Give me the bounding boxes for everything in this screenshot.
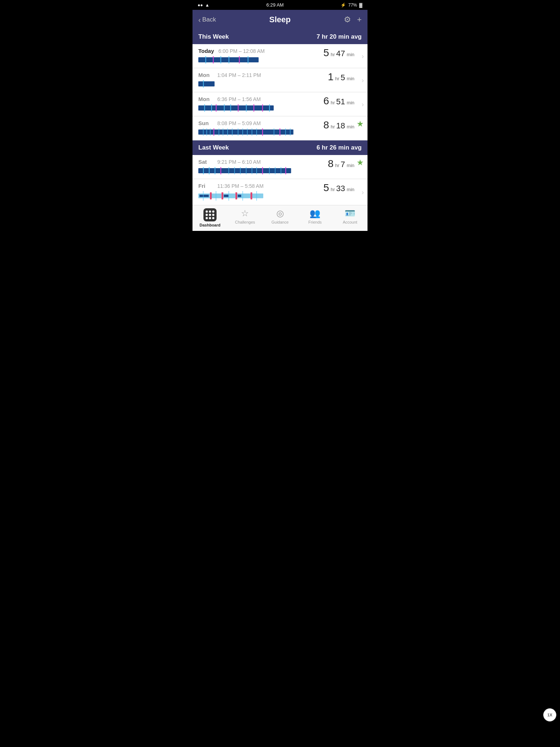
entry-duration: 5 hr 47 min <box>323 48 354 58</box>
svg-rect-35 <box>274 128 275 136</box>
svg-rect-17 <box>253 104 254 112</box>
chevron-right-icon: › <box>362 76 364 84</box>
svg-rect-2 <box>213 56 214 63</box>
svg-rect-53 <box>281 167 281 174</box>
svg-rect-37 <box>285 128 286 136</box>
entry-duration: 1 hr 5 min <box>328 72 354 82</box>
svg-rect-34 <box>262 128 263 136</box>
svg-rect-48 <box>252 167 252 174</box>
svg-rect-70 <box>242 191 243 201</box>
page-title: Sleep <box>269 15 291 24</box>
sleep-bar-svg <box>198 191 314 201</box>
svg-rect-45 <box>234 167 235 174</box>
dur-hours: 8 <box>328 158 334 169</box>
svg-rect-41 <box>209 167 210 174</box>
sleep-bar-wrapper <box>198 128 314 136</box>
tab-guidance[interactable]: ◎ Guidance <box>267 208 293 227</box>
svg-rect-61 <box>224 195 229 197</box>
tab-guidance-label: Guidance <box>271 220 288 224</box>
svg-rect-52 <box>275 167 276 174</box>
svg-rect-6 <box>248 56 248 63</box>
entry-time: 9:21 PM – 6:10 AM <box>217 159 261 165</box>
entry-day: Sun <box>198 120 213 126</box>
status-bar-left: ●● ▲ <box>198 3 209 8</box>
sleep-entry-fri[interactable]: Fri 11:36 PM – 5:58 AM <box>192 179 368 205</box>
sleep-entry-mon-night[interactable]: Mon 6:36 PM – 1:56 AM <box>192 92 368 116</box>
svg-rect-67 <box>203 191 204 201</box>
svg-rect-7 <box>198 81 215 86</box>
sleep-entry-sat[interactable]: Sat 9:21 PM – 6:10 AM <box>192 155 368 179</box>
svg-rect-3 <box>220 56 221 63</box>
svg-rect-14 <box>230 104 231 112</box>
tab-friends[interactable]: 👥 Friends <box>302 208 328 227</box>
tab-challenges[interactable]: ☆ Challenges <box>232 208 258 227</box>
sleep-entry-today[interactable]: Today 6:00 PM – 12:08 AM 5 hr 47 <box>192 44 368 68</box>
entry-time: 8:08 PM – 5:09 AM <box>217 120 261 126</box>
this-week-avg: 7 hr 20 min avg <box>316 33 362 40</box>
svg-rect-69 <box>229 191 229 201</box>
dur-min-label: min <box>347 163 354 168</box>
svg-rect-62 <box>238 195 241 197</box>
svg-rect-8 <box>203 80 204 88</box>
svg-rect-54 <box>285 167 286 174</box>
entry-day: Fri <box>198 183 213 189</box>
sleep-bar-wrapper <box>198 191 314 201</box>
svg-rect-21 <box>203 128 204 136</box>
battery-icon: ▓ <box>359 3 362 8</box>
add-icon[interactable]: + <box>357 15 362 24</box>
dur-mins: 33 <box>336 184 345 193</box>
dur-min-label: min <box>347 52 354 57</box>
svg-rect-43 <box>220 167 221 174</box>
last-week-avg: 6 hr 26 min avg <box>316 144 362 151</box>
dur-hr-label: hr <box>335 76 341 81</box>
status-bar: ●● ▲ 6:29 AM ⚡ 77% ▓ <box>192 0 368 10</box>
back-button[interactable]: ‹ Back <box>198 16 216 24</box>
svg-rect-1 <box>205 56 206 63</box>
dur-min-label: min <box>347 100 354 105</box>
entry-duration: 6 hr 51 min <box>323 96 354 106</box>
dur-min-label: min <box>347 187 354 192</box>
tab-bar: Dashboard ☆ Challenges ◎ Guidance 👥 Frie… <box>192 205 368 231</box>
chevron-right-icon: › <box>362 188 364 196</box>
sleep-bar-wrapper <box>198 80 314 88</box>
svg-rect-11 <box>211 104 212 112</box>
sleep-entry-sun[interactable]: Sun 8:08 PM – 5:09 AM <box>192 116 368 140</box>
entry-day: Sat <box>198 159 213 165</box>
settings-icon[interactable]: ⚙ <box>344 15 351 24</box>
nav-actions: ⚙ + <box>344 15 362 24</box>
star-badge: ★ <box>357 119 364 129</box>
dur-hr-label: hr <box>331 124 336 129</box>
tab-dashboard[interactable]: Dashboard <box>197 208 223 227</box>
svg-rect-71 <box>256 191 257 201</box>
tab-dashboard-label: Dashboard <box>199 223 220 227</box>
sleep-entry-mon-nap[interactable]: Mon 1:04 PM – 2:11 PM 1 hr 5 min › <box>192 68 368 92</box>
dot <box>206 214 208 216</box>
svg-rect-25 <box>219 128 219 136</box>
svg-rect-18 <box>262 104 263 112</box>
svg-rect-22 <box>206 128 207 136</box>
svg-rect-46 <box>240 167 241 174</box>
svg-rect-64 <box>222 192 223 200</box>
device-frame: ●● ▲ 6:29 AM ⚡ 77% ▓ ‹ Back Sleep ⚙ + Th… <box>192 0 368 231</box>
dot <box>212 217 214 219</box>
svg-rect-59 <box>252 194 263 198</box>
challenges-icon: ☆ <box>241 208 249 218</box>
dur-mins: 7 <box>341 160 345 169</box>
this-week-label: This Week <box>198 33 229 40</box>
star-badge: ★ <box>357 158 364 167</box>
svg-rect-40 <box>203 167 204 174</box>
dot <box>212 214 214 216</box>
dot <box>209 214 211 216</box>
svg-rect-23 <box>210 128 211 136</box>
svg-rect-66 <box>250 192 252 200</box>
sleep-bar-svg <box>198 104 314 112</box>
dur-hours: 8 <box>323 119 329 131</box>
last-week-header: Last Week 6 hr 26 min avg <box>192 140 368 155</box>
tab-account[interactable]: 🪪 Account <box>337 208 363 227</box>
entry-day: Mon <box>198 72 213 78</box>
svg-rect-10 <box>204 104 205 112</box>
svg-rect-0 <box>198 57 258 62</box>
dur-mins: 5 <box>341 73 345 82</box>
dur-mins: 51 <box>336 97 345 106</box>
svg-rect-42 <box>215 167 215 174</box>
